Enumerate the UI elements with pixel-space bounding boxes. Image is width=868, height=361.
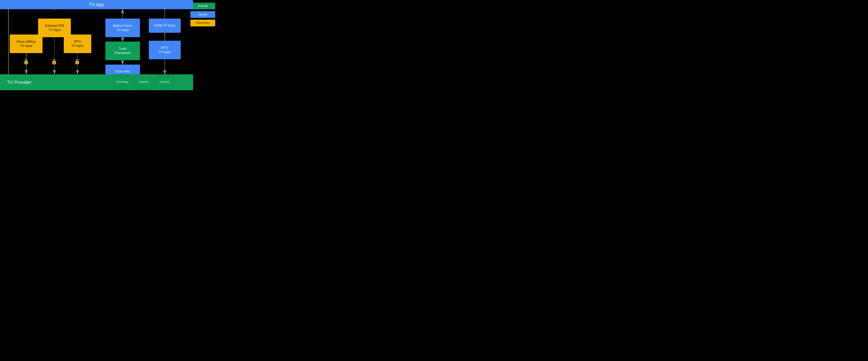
svg-marker-19 (122, 9, 123, 10)
left-vertical-line (8, 9, 9, 75)
tuner-framework-box: TunerFramework (105, 41, 140, 60)
lock-icon-1: 🔒 (23, 59, 29, 65)
tv-app-label: TV App (89, 2, 104, 7)
legend-device: Device (190, 11, 215, 18)
iptv-left-tv-input-box: IPTVTV Input (64, 34, 91, 53)
recordings-db: Recordings (113, 74, 131, 89)
lock-icon-3: 🔒 (74, 59, 80, 65)
legend-third-party: Third Party (190, 20, 215, 26)
iptv-right-tv-input-box: IPTVTV Input (149, 41, 181, 59)
legend-android: Android (190, 3, 215, 9)
svg-marker-9 (54, 9, 55, 10)
programs-db: Programs (135, 74, 152, 89)
svg-marker-24 (164, 33, 165, 34)
place-shifting-tv-input-box: Place-shiftingTV Input (10, 34, 42, 53)
built-in-tuner-tv-input-box: Built-in-TunerTV Input (105, 19, 140, 37)
legend: Android Device Third Party (190, 3, 215, 26)
tv-app-header: TV App (0, 0, 193, 9)
hdmi-tv-input-box: HDMI TV Input (149, 19, 181, 33)
tv-provider-label: TV Provider (7, 79, 31, 85)
lock-icon-2: 🔒 (51, 59, 57, 65)
channels-db: Channels (156, 74, 174, 89)
svg-marker-21 (164, 9, 165, 10)
